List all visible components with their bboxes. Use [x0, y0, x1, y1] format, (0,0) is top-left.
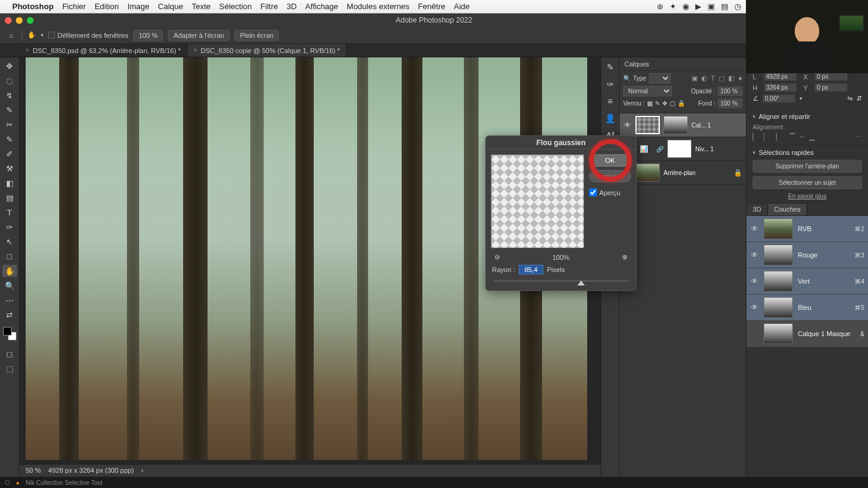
align-bottom-icon[interactable]: ▁	[809, 133, 814, 141]
close-icon[interactable]: ×	[193, 47, 197, 54]
remove-bg-button[interactable]: Supprimer l'arrière-plan	[753, 160, 862, 173]
preview-checkbox[interactable]: Aperçu	[589, 188, 631, 196]
scroll-windows-check[interactable]: Défilement des fenêtres	[48, 32, 128, 39]
ok-button[interactable]: OK	[589, 154, 631, 167]
channel-row[interactable]: 👁 RVB ⌘2	[747, 216, 868, 242]
screen-mode-icon[interactable]: ⬚	[2, 362, 17, 375]
align-right-icon[interactable]: ▕	[772, 133, 776, 141]
width-field[interactable]	[764, 72, 797, 81]
chevron-right-icon[interactable]: ›	[141, 467, 143, 474]
layer-name[interactable]: Arrière-plan	[664, 170, 730, 176]
filter-type-icon[interactable]: T	[711, 74, 715, 82]
close-icon[interactable]	[5, 480, 10, 485]
visibility-toggle-icon[interactable]: 👁	[623, 121, 632, 129]
filter-smart-icon[interactable]: ◧	[728, 74, 734, 82]
layer-thumbnail[interactable]	[635, 163, 660, 182]
zoom-in-icon[interactable]: ⊕	[622, 253, 627, 261]
menu-selection[interactable]: Sélection	[219, 2, 251, 11]
menu-calque[interactable]: Calque	[158, 2, 183, 11]
channel-row[interactable]: 👁 Rouge ⌘3	[747, 242, 868, 268]
wand-tool-icon[interactable]: ✎	[2, 104, 17, 116]
full-screen-button[interactable]: Plein écran	[234, 30, 279, 41]
link-icon[interactable]: 🔗	[656, 146, 664, 152]
menu-edition[interactable]: Edition	[95, 2, 119, 11]
window-fullscreen[interactable]	[27, 17, 34, 24]
slider-handle[interactable]	[577, 281, 585, 285]
align-center-v-icon[interactable]: ─	[800, 133, 805, 141]
panel-icon[interactable]: ≡	[607, 96, 612, 106]
type-tool-icon[interactable]: T	[2, 206, 17, 218]
home-icon[interactable]: ⌂	[5, 29, 17, 41]
channel-row[interactable]: 👁 Vert ⌘4	[747, 268, 868, 295]
height-field[interactable]	[764, 83, 797, 92]
status-icon[interactable]: ◷	[734, 2, 741, 11]
radius-slider[interactable]	[493, 277, 629, 284]
fill-field[interactable]	[718, 99, 742, 108]
layers-tab[interactable]: Calques	[624, 60, 649, 68]
menu-fenetre[interactable]: Fenêtre	[418, 2, 446, 11]
zoom-out-icon[interactable]: ⊖	[494, 253, 500, 261]
status-icon[interactable]: ▣	[707, 2, 715, 11]
status-icon[interactable]: ▶	[695, 2, 701, 11]
status-icon[interactable]: ✦	[670, 2, 676, 11]
layer[interactable]: 📊 🔗 Niv... 1	[620, 137, 746, 161]
lock-artboard-icon[interactable]: ▢	[670, 100, 675, 107]
fit-screen-button[interactable]: Adapter à l'écran	[168, 30, 230, 41]
lock-all-icon[interactable]: 🔒	[678, 100, 685, 107]
filter-pixel-icon[interactable]: ▣	[692, 74, 698, 82]
blend-mode-select[interactable]: Normal	[623, 86, 672, 96]
radius-field[interactable]	[519, 265, 543, 274]
layer-mask-thumbnail[interactable]	[664, 116, 688, 134]
filter-adjust-icon[interactable]: ◐	[701, 74, 707, 82]
window-minimize[interactable]	[16, 17, 23, 24]
document-tab[interactable]: × DSC_8350.psd @ 63,2% (Arrière-plan, RV…	[20, 44, 187, 57]
marquee-tool-icon[interactable]: ◌	[2, 74, 17, 87]
lock-position-icon[interactable]: ✥	[662, 100, 667, 107]
layer[interactable]: 👁 Arrière-plan 🔒	[620, 161, 746, 185]
select-subject-button[interactable]: Sélectionner un sujet	[753, 176, 862, 189]
eraser-tool-icon[interactable]: ◧	[2, 177, 17, 189]
channel-row[interactable]: 👁 Bleu ⌘5	[747, 295, 868, 321]
crop-tool-icon[interactable]: ✂	[2, 118, 17, 131]
edit-toolbar-icon[interactable]: ⇄	[2, 309, 17, 321]
hand-tool-icon[interactable]: ✋	[27, 31, 36, 39]
layer-mask-thumbnail[interactable]	[667, 140, 692, 158]
visibility-toggle-icon[interactable]: 👁	[750, 251, 759, 259]
zoom-tool-icon[interactable]: 🔍	[2, 279, 17, 292]
filter-shape-icon[interactable]: ▢	[718, 74, 725, 82]
kind-filter[interactable]	[649, 73, 671, 84]
visibility-toggle-icon[interactable]: 👁	[750, 277, 759, 285]
menu-aide[interactable]: Aide	[454, 2, 469, 11]
lock-image-icon[interactable]: ✎	[655, 100, 660, 107]
gradient-tool-icon[interactable]: ▤	[2, 192, 17, 204]
menu-3d[interactable]: 3D	[286, 2, 297, 11]
more-tools-icon[interactable]: ⋯	[2, 294, 17, 306]
align-top-icon[interactable]: ▔	[790, 133, 795, 141]
align-left-icon[interactable]: ▏	[753, 133, 758, 141]
panel-icon[interactable]: ✎	[607, 62, 614, 72]
tab-channels[interactable]: Couches	[768, 204, 807, 215]
dropdown-icon[interactable]: ▾	[41, 32, 43, 38]
menu-affichage[interactable]: Affichage	[305, 2, 338, 11]
channel-row[interactable]: Calque 1 Masque &	[747, 321, 868, 347]
status-icon[interactable]: ◉	[682, 2, 689, 11]
panel-icon[interactable]: 👤	[605, 113, 615, 123]
layer[interactable]: 👁 Cal... 1	[620, 113, 746, 137]
pen-tool-icon[interactable]: ✑	[2, 221, 17, 233]
status-icon[interactable]: ⊕	[657, 2, 664, 11]
section-title[interactable]: Aligner et répartir	[753, 113, 862, 120]
flip-v-icon[interactable]: ⇵	[856, 95, 862, 102]
opacity-field[interactable]	[718, 87, 742, 96]
menu-image[interactable]: Image	[128, 2, 150, 11]
dropdown-icon[interactable]: ▾	[800, 96, 802, 101]
y-field[interactable]	[814, 83, 848, 92]
window-close[interactable]	[5, 17, 12, 24]
x-field[interactable]	[814, 72, 848, 81]
cancel-button[interactable]: Annuler	[589, 170, 631, 182]
quick-mask-icon[interactable]: ◻	[2, 348, 17, 360]
align-center-h-icon[interactable]: │	[762, 133, 767, 141]
document-tab[interactable]: × DSC_8350 copie @ 50% (Calque 1, RVB/16…	[187, 44, 347, 57]
zoom-value[interactable]: 100 %	[133, 30, 163, 41]
tab-3d[interactable]: 3D	[747, 204, 768, 215]
menu-texte[interactable]: Texte	[192, 2, 211, 11]
